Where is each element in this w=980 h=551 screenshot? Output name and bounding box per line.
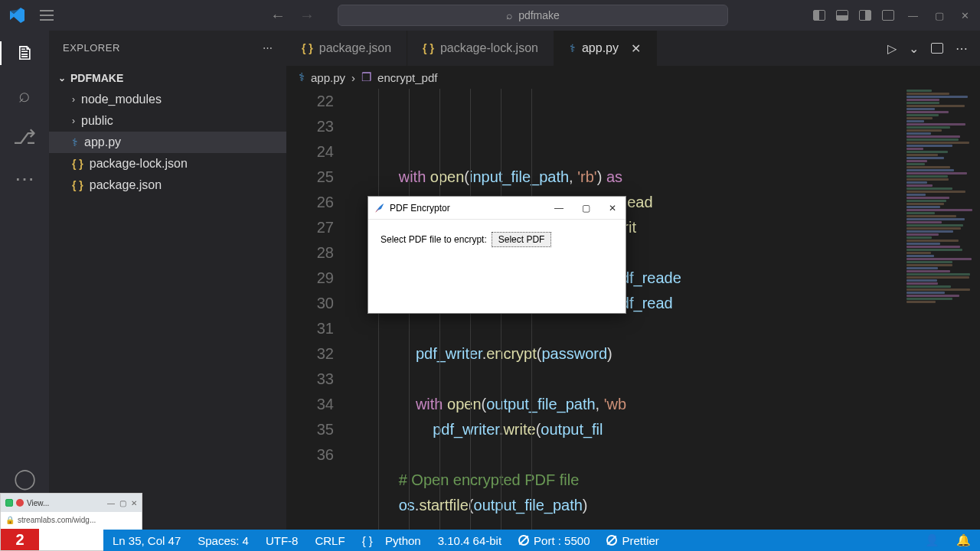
favicon-icon	[5, 499, 13, 507]
editor-tab[interactable]: { }package-lock.json	[407, 31, 554, 66]
layout-right-icon[interactable]	[859, 10, 871, 21]
tree-item-label: node_modules	[81, 93, 162, 106]
tab-label: app.py	[582, 41, 619, 55]
activity-search[interactable]: ⌕	[18, 83, 31, 107]
minimap[interactable]	[903, 89, 980, 517]
activity-more[interactable]: ⋯	[15, 168, 34, 191]
browser-tab-title: View...	[27, 499, 49, 507]
editor-tab[interactable]: ⚕app.py✕	[554, 31, 657, 66]
tab-close-icon[interactable]: ✕	[631, 41, 641, 56]
title-bar: ← → ⌕ pdfmake — ▢ ✕	[0, 0, 980, 31]
json-icon: { }	[423, 42, 434, 54]
run-dropdown-icon[interactable]: ⌄	[909, 41, 919, 56]
history-nav: ← →	[270, 7, 315, 24]
breadcrumb-file: app.py	[311, 71, 345, 84]
notify-dot-icon	[16, 499, 24, 507]
sidebar: EXPLORER ⋯ ⌄ PDFMAKE ›node_modules›publi…	[49, 31, 286, 533]
run-icon[interactable]: ▷	[887, 41, 897, 56]
status-language[interactable]: { } Python	[362, 534, 421, 547]
tree-item[interactable]: { }package.json	[49, 174, 286, 196]
lock-icon: 🔒	[5, 516, 15, 524]
tree-item[interactable]: ›public	[49, 110, 286, 132]
tab-label: package-lock.json	[440, 41, 538, 55]
nav-forward-icon[interactable]: →	[299, 7, 315, 24]
block-icon	[606, 535, 617, 546]
json-icon: { }	[72, 158, 83, 170]
chevron-right-icon: ›	[72, 116, 75, 126]
activity-bar: 🗎 ⌕ ⎇ ⋯ ◯ ⚙	[0, 31, 49, 533]
tk-prompt-label: Select PDF file to encrypt:	[381, 234, 487, 245]
tk-close-icon[interactable]: ✕	[606, 201, 619, 215]
tk-dialog: PDF Encryptor — ▢ ✕ Select PDF file to e…	[368, 196, 626, 314]
window-close-icon[interactable]: ✕	[958, 8, 972, 23]
tree-item-label: package.json	[90, 178, 162, 192]
chevron-right-icon: ›	[351, 71, 355, 84]
command-search[interactable]: ⌕ pdfmake	[338, 5, 728, 26]
tree-item-label: package-lock.json	[90, 157, 188, 171]
python-icon: ⚕	[72, 136, 78, 148]
symbol-icon: ❒	[361, 70, 371, 84]
breadcrumb-symbol: encrypt_pdf	[377, 71, 437, 84]
activity-git[interactable]: ⎇	[13, 126, 36, 149]
tree-item-label: public	[81, 114, 113, 128]
activity-account[interactable]: ◯	[14, 467, 36, 491]
project-name: PDFMAKE	[70, 72, 123, 84]
editor-tabs: { }package.json{ }package-lock.json⚕app.…	[286, 31, 980, 66]
status-indent[interactable]: Spaces: 4	[198, 534, 249, 547]
status-interpreter[interactable]: 3.10.4 64-bit	[438, 534, 501, 547]
vscode-logo-icon	[8, 6, 26, 24]
chevron-right-icon: ›	[72, 94, 75, 105]
status-port[interactable]: Port : 5500	[518, 534, 590, 547]
b-close-icon[interactable]: ✕	[131, 499, 137, 507]
status-feedback-icon[interactable]: 👤	[925, 533, 939, 547]
files-icon: 🗎	[15, 41, 35, 65]
b-max-icon[interactable]: ▢	[119, 499, 126, 507]
status-encoding[interactable]: UTF-8	[266, 534, 299, 547]
json-icon: { }	[72, 179, 83, 191]
tree-item-label: app.py	[84, 135, 121, 149]
tree-item[interactable]: ⚕app.py	[49, 132, 286, 153]
b-min-icon[interactable]: —	[107, 499, 115, 507]
json-icon: { }	[302, 42, 313, 54]
python-icon: ⚕	[299, 70, 305, 84]
block-icon	[518, 535, 529, 546]
tab-label: package.json	[319, 41, 391, 55]
yt-badge: 2	[1, 529, 39, 550]
status-cursor-pos[interactable]: Ln 35, Col 47	[113, 534, 181, 547]
tk-minimize-icon[interactable]: —	[551, 201, 567, 215]
select-pdf-button[interactable]: Select PDF	[492, 232, 552, 247]
activity-explorer[interactable]: 🗎	[0, 41, 49, 65]
tk-feather-icon	[374, 203, 385, 214]
status-formatter[interactable]: Prettier	[606, 534, 658, 547]
layout-bottom-icon[interactable]	[836, 10, 848, 21]
sidebar-title: EXPLORER	[63, 42, 120, 54]
sidebar-more-icon[interactable]: ⋯	[263, 42, 273, 54]
menu-button[interactable]	[35, 5, 58, 25]
layout-left-icon[interactable]	[813, 10, 825, 21]
chevron-down-icon: ⌄	[58, 73, 66, 83]
project-header[interactable]: ⌄ PDFMAKE	[49, 67, 286, 89]
layout-grid-icon[interactable]	[882, 10, 894, 21]
window-maximize-icon[interactable]: ▢	[932, 8, 947, 23]
browser-url: streamlabs.com/widg...	[18, 516, 96, 524]
split-editor-icon[interactable]	[931, 43, 943, 54]
window-minimize-icon[interactable]: —	[905, 8, 921, 23]
nav-back-icon[interactable]: ←	[270, 7, 286, 24]
editor-more-icon[interactable]: ⋯	[956, 41, 968, 56]
breadcrumb[interactable]: ⚕ app.py › ❒ encrypt_pdf	[286, 66, 980, 89]
search-text: pdfmake	[518, 9, 560, 21]
browser-tab[interactable]: View... —▢✕	[1, 494, 142, 512]
file-tree: ›node_modules›public⚕app.py{ }package-lo…	[49, 89, 286, 196]
editor-tab[interactable]: { }package.json	[286, 31, 407, 66]
status-bell-icon[interactable]: 🔔	[956, 533, 971, 547]
tree-item[interactable]: ›node_modules	[49, 89, 286, 110]
tk-titlebar[interactable]: PDF Encryptor — ▢ ✕	[368, 197, 626, 220]
python-icon: ⚕	[570, 42, 576, 54]
tk-title-text: PDF Encryptor	[390, 203, 450, 214]
tk-maximize-icon[interactable]: ▢	[579, 201, 593, 215]
status-eol[interactable]: CRLF	[315, 534, 345, 547]
line-gutter: 222324252627282930313233343536	[286, 89, 348, 533]
tree-item[interactable]: { }package-lock.json	[49, 153, 286, 174]
status-bar: Ln 35, Col 47 Spaces: 4 UTF-8 CRLF { } P…	[103, 530, 980, 551]
browser-address[interactable]: 🔒 streamlabs.com/widg...	[1, 512, 142, 527]
